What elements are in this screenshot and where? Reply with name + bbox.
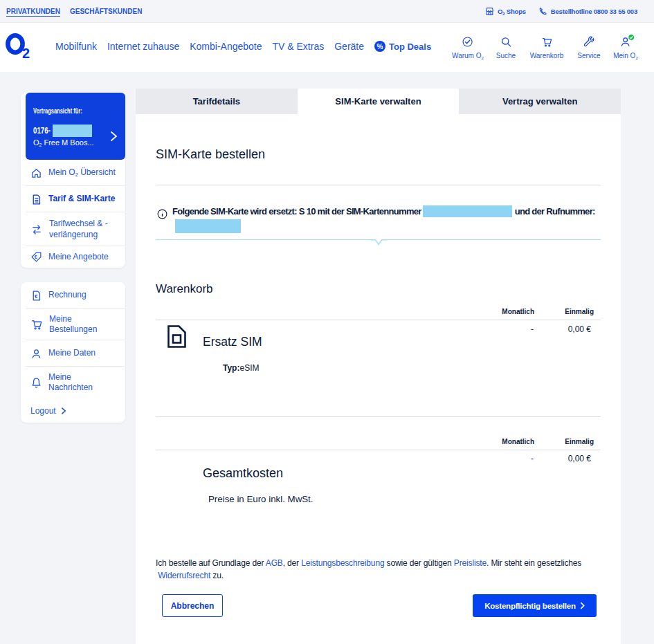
svg-text:€: € (35, 293, 38, 299)
svg-text:€: € (35, 255, 37, 260)
